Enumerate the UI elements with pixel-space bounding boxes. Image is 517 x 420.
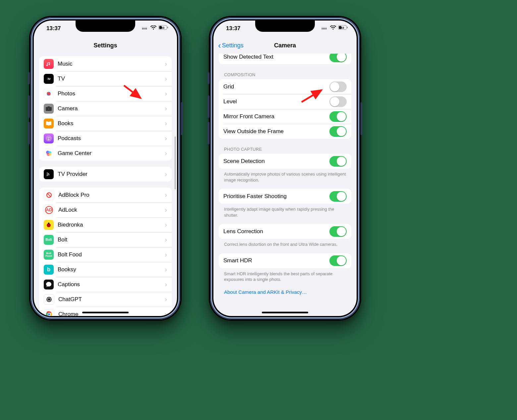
home-indicator[interactable] [82, 312, 129, 313]
toggle[interactable] [329, 54, 347, 62]
svg-point-48 [326, 28, 327, 29]
row-label: Bolt Food [58, 251, 165, 258]
svg-point-4 [142, 27, 143, 28]
row-adblock[interactable]: AdBlock Pro › [39, 187, 172, 202]
group-composition: Grid Level Mirror Front Camera View Outs… [219, 79, 351, 139]
svg-point-37 [48, 225, 48, 226]
gamecenter-icon [44, 148, 54, 158]
row-captions[interactable]: Captions › [39, 277, 172, 292]
row-boltfood[interactable]: BoltFood Bolt Food › [39, 247, 172, 262]
row-label: Biedronka [58, 222, 165, 228]
toggle[interactable] [329, 226, 347, 237]
row-chrome[interactable]: Chrome › [39, 307, 172, 316]
screen: 13:37 33 Settings [34, 21, 177, 316]
row-label: Captions [58, 281, 165, 288]
svg-point-36 [49, 224, 50, 225]
toggle[interactable] [329, 255, 347, 266]
chevron-right-icon: › [165, 90, 167, 97]
camera-icon [44, 104, 54, 114]
toggle[interactable] [329, 81, 347, 92]
row-music[interactable]: Music › [39, 56, 172, 71]
row-booksy[interactable]: b Booksy › [39, 262, 172, 277]
row-label: AdLock [58, 207, 165, 213]
nav-bar: Settings [34, 37, 177, 54]
svg-point-6 [145, 27, 146, 28]
row-scene-detection[interactable]: Scene Detection [219, 154, 351, 169]
chevron-right-icon: › [165, 191, 167, 199]
row-bolt[interactable]: Bolt Bolt › [39, 232, 172, 247]
row-adlock[interactable]: AD AdLock › [39, 202, 172, 217]
toggle[interactable] [329, 191, 347, 202]
row-label: Music [58, 61, 165, 67]
footer-hdr: Smart HDR intelligently blends the best … [224, 271, 346, 283]
row-label: TV [58, 76, 165, 82]
svg-point-5 [144, 27, 144, 28]
chevron-right-icon: › [165, 105, 167, 112]
tvprovider-icon [44, 169, 54, 179]
row-gamecenter[interactable]: Game Center › [39, 146, 172, 161]
svg-point-3 [146, 28, 147, 29]
row-prioritise-faster[interactable]: Prioritise Faster Shooting [219, 189, 351, 204]
svg-point-35 [47, 224, 48, 225]
row-smart-hdr[interactable]: Smart HDR [219, 253, 351, 268]
svg-point-51 [324, 27, 325, 28]
cellular-icon [142, 26, 148, 29]
toggle[interactable] [329, 156, 347, 167]
row-biedronka[interactable]: Biedronka › [39, 217, 172, 232]
phone-settings: 13:37 33 Settings [29, 16, 182, 321]
row-tvprovider[interactable]: TV Provider › [39, 167, 172, 182]
group-tvprovider: TV Provider › [39, 167, 172, 182]
row-level[interactable]: Level [219, 94, 351, 109]
tv-icon: tv [44, 74, 54, 84]
svg-point-1 [144, 28, 144, 29]
toggle[interactable] [329, 111, 347, 122]
chevron-right-icon: › [165, 251, 167, 258]
row-view-outside-frame[interactable]: View Outside the Frame [219, 124, 351, 139]
row-grid[interactable]: Grid [219, 79, 351, 94]
row-label: Prioritise Faster Shooting [223, 193, 329, 200]
chevron-right-icon: › [165, 281, 167, 288]
home-indicator[interactable] [262, 312, 308, 313]
row-label: Scene Detection [223, 158, 329, 165]
toggle[interactable] [329, 126, 347, 137]
row-show-detected-text[interactable]: Show Detected Text [219, 54, 351, 64]
captions-icon [44, 280, 54, 289]
svg-point-50 [323, 27, 324, 28]
link-about-camera-privacy[interactable]: About Camera and ARKit & Privacy… [224, 289, 346, 295]
content[interactable]: Music › tv TV › Photos › [34, 54, 177, 316]
row-chatgpt[interactable]: ChatGPT › [39, 292, 172, 307]
back-button[interactable]: ‹ Settings [218, 37, 244, 54]
row-label: Show Detected Text [223, 54, 329, 60]
row-tv[interactable]: tv TV › [39, 71, 172, 86]
chevron-right-icon: › [165, 134, 167, 142]
footer-lens: Correct lens distortion on the front and… [224, 241, 346, 247]
group-prioritise: Prioritise Faster Shooting [219, 189, 351, 204]
notch [76, 21, 135, 32]
svg-rect-10 [167, 27, 168, 28]
row-lens-correction[interactable]: Lens Correction [219, 224, 351, 239]
row-photos[interactable]: Photos › [39, 86, 172, 101]
row-label: Camera [58, 105, 165, 112]
page-title: Settings [93, 42, 117, 49]
chevron-right-icon: › [165, 221, 167, 229]
page-title: Camera [274, 42, 296, 49]
phone-camera-settings: 13:37 33 ‹ Settings [209, 16, 361, 321]
row-books[interactable]: Books › [39, 116, 172, 131]
group-partial: Show Detected Text [219, 54, 351, 64]
music-icon [44, 59, 54, 69]
row-label: Booksy [58, 266, 165, 273]
content[interactable]: Show Detected Text COMPOSITION Grid Leve… [213, 54, 357, 316]
back-label: Settings [222, 42, 244, 49]
row-mirror-front-camera[interactable]: Mirror Front Camera [219, 109, 351, 124]
row-podcasts[interactable]: Podcasts › [39, 131, 172, 146]
row-label: TV Provider [58, 171, 165, 178]
bolt-icon: Bolt [44, 235, 54, 245]
row-camera[interactable]: Camera › [39, 101, 172, 116]
svg-point-39 [48, 223, 49, 224]
photos-icon [44, 89, 54, 99]
toggle[interactable] [329, 96, 347, 107]
row-label: Photos [58, 90, 165, 97]
podcasts-icon [44, 133, 54, 143]
group-thirdparty: AdBlock Pro › AD AdLock › Biedronka › [39, 187, 172, 316]
scrollbar[interactable] [175, 136, 176, 189]
